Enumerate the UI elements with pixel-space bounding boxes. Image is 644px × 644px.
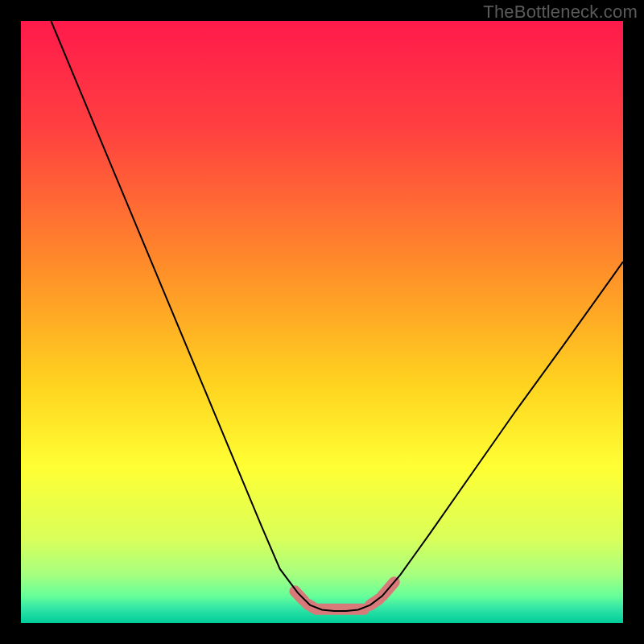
watermark-text: TheBottleneck.com	[483, 2, 638, 23]
chart-frame: TheBottleneck.com	[0, 0, 644, 644]
optimal-range-segment	[295, 591, 303, 601]
bottleneck-chart	[0, 0, 644, 644]
plot-background	[21, 21, 623, 623]
